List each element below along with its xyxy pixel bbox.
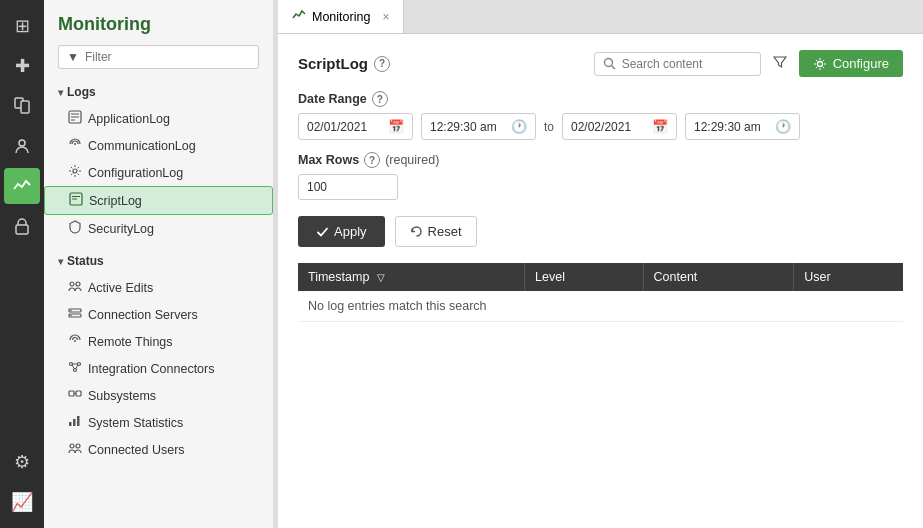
calendar-to-icon[interactable]: 📅: [652, 119, 668, 134]
clock-from-icon[interactable]: 🕐: [511, 119, 527, 134]
panel-header: ScriptLog ? Configure: [298, 50, 903, 77]
svg-point-34: [604, 59, 612, 67]
sidebar-item-active-edits[interactable]: Active Edits: [44, 274, 273, 301]
sidebar-item-label: ScriptLog: [89, 194, 142, 208]
nav-home[interactable]: ⊞: [4, 8, 40, 44]
calendar-from-icon[interactable]: 📅: [388, 119, 404, 134]
sidebar-item-connection-servers[interactable]: Connection Servers: [44, 301, 273, 328]
col-level[interactable]: Level: [525, 263, 643, 291]
svg-point-8: [74, 143, 76, 145]
sidebar-item-label: Active Edits: [88, 281, 153, 295]
search-box: [594, 52, 761, 76]
col-timestamp[interactable]: Timestamp ▽: [298, 263, 525, 291]
reset-label: Reset: [428, 224, 462, 239]
sidebar: Monitoring ▼ ▾ Logs ApplicationLog Commu…: [44, 0, 274, 528]
svg-rect-1: [21, 101, 29, 113]
check-icon: [316, 225, 329, 238]
filter-input[interactable]: [85, 50, 250, 64]
configure-button[interactable]: Configure: [799, 50, 903, 77]
configure-label: Configure: [833, 56, 889, 71]
time-from-field[interactable]: [430, 120, 505, 134]
sidebar-item-script-log[interactable]: ScriptLog: [44, 186, 273, 215]
search-input[interactable]: [622, 57, 752, 71]
nav-users[interactable]: [4, 128, 40, 164]
nav-add[interactable]: ✚: [4, 48, 40, 84]
security-log-icon: [68, 220, 82, 237]
nav-lock[interactable]: [4, 208, 40, 244]
sidebar-item-system-statistics[interactable]: System Statistics: [44, 409, 273, 436]
svg-point-14: [76, 282, 80, 286]
sidebar-section-status[interactable]: ▾ Status: [44, 248, 273, 274]
sidebar-filter[interactable]: ▼: [58, 45, 259, 69]
filter-button[interactable]: [769, 53, 791, 75]
panel-help-icon[interactable]: ?: [374, 56, 390, 72]
col-user[interactable]: User: [794, 263, 903, 291]
nav-chart[interactable]: 📈: [4, 484, 40, 520]
max-rows-help-icon[interactable]: ?: [364, 152, 380, 168]
sidebar-item-label: CommunicationLog: [88, 139, 196, 153]
comm-log-icon: [68, 137, 82, 154]
time-to-field[interactable]: [694, 120, 769, 134]
svg-point-33: [76, 444, 80, 448]
sidebar-item-security-log[interactable]: SecurityLog: [44, 215, 273, 242]
svg-point-18: [70, 315, 71, 316]
svg-rect-26: [69, 391, 74, 396]
max-rows-section: Max Rows ? (required): [298, 152, 903, 200]
time-from-input: 🕐: [421, 113, 536, 140]
nav-monitoring[interactable]: [4, 168, 40, 204]
sidebar-item-label: ApplicationLog: [88, 112, 170, 126]
configure-icon: [813, 57, 827, 71]
sidebar-item-label: System Statistics: [88, 416, 183, 430]
logs-section-label: Logs: [67, 85, 96, 99]
reset-button[interactable]: Reset: [395, 216, 477, 247]
sidebar-item-label: Subsystems: [88, 389, 156, 403]
col-content[interactable]: Content: [643, 263, 794, 291]
sidebar-item-application-log[interactable]: ApplicationLog: [44, 105, 273, 132]
sidebar-item-configuration-log[interactable]: ConfigurationLog: [44, 159, 273, 186]
sidebar-item-label: Connection Servers: [88, 308, 198, 322]
panel-title-text: ScriptLog: [298, 55, 368, 72]
svg-marker-36: [774, 57, 786, 67]
subsystems-icon: [68, 387, 82, 404]
sidebar-item-subsystems[interactable]: Subsystems: [44, 382, 273, 409]
clock-to-icon[interactable]: 🕐: [775, 119, 791, 134]
svg-line-35: [611, 66, 615, 70]
max-rows-field[interactable]: [298, 174, 398, 200]
svg-point-19: [74, 340, 76, 342]
sidebar-item-label: ConfigurationLog: [88, 166, 183, 180]
reset-icon: [410, 225, 423, 238]
tab-label: Monitoring: [312, 10, 370, 24]
date-to-field[interactable]: [571, 120, 646, 134]
svg-line-25: [76, 365, 79, 369]
nav-files[interactable]: [4, 88, 40, 124]
sidebar-item-connected-users[interactable]: Connected Users: [44, 436, 273, 463]
sidebar-item-remote-things[interactable]: Remote Things: [44, 328, 273, 355]
sidebar-section-logs[interactable]: ▾ Logs: [44, 79, 273, 105]
apply-button[interactable]: Apply: [298, 216, 385, 247]
svg-rect-31: [77, 416, 80, 426]
sidebar-header: Monitoring ▼: [44, 0, 273, 79]
svg-rect-29: [69, 422, 72, 426]
sidebar-item-integration-connectors[interactable]: Integration Connectors: [44, 355, 273, 382]
to-label: to: [544, 120, 554, 134]
tab-monitoring-icon: [292, 8, 306, 25]
svg-point-13: [70, 282, 74, 286]
date-from-field[interactable]: [307, 120, 382, 134]
action-row: Apply Reset: [298, 216, 903, 247]
chevron-logs-icon: ▾: [58, 87, 63, 98]
main-content: Monitoring × ScriptLog ? Configure: [278, 0, 923, 528]
panel-title-area: ScriptLog ?: [298, 55, 390, 72]
active-edits-icon: [68, 279, 82, 296]
chevron-status-icon: ▾: [58, 256, 63, 267]
connected-users-icon: [68, 441, 82, 458]
tab-close-button[interactable]: ×: [382, 10, 389, 24]
sidebar-item-communication-log[interactable]: CommunicationLog: [44, 132, 273, 159]
sidebar-item-label: SecurityLog: [88, 222, 154, 236]
tab-bar: Monitoring ×: [278, 0, 923, 34]
max-rows-label: Max Rows ? (required): [298, 152, 903, 168]
date-range-help-icon[interactable]: ?: [372, 91, 388, 107]
svg-point-32: [70, 444, 74, 448]
svg-point-9: [73, 169, 77, 173]
nav-settings[interactable]: ⚙: [4, 444, 40, 480]
tab-monitoring[interactable]: Monitoring ×: [278, 0, 404, 33]
